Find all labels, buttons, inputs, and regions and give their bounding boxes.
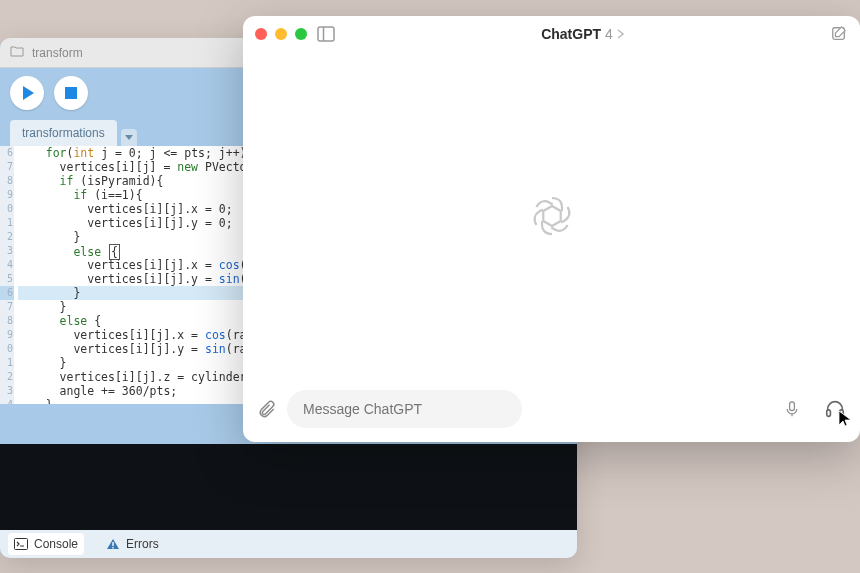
window-controls [255,28,307,40]
compose-icon[interactable] [830,26,848,42]
svg-rect-6 [790,402,795,411]
chat-input-wrapper [287,390,814,428]
chat-input[interactable] [287,390,522,428]
line-gutter: 6789012345678901234 [0,146,14,404]
sidebar-toggle-icon[interactable] [317,26,335,42]
tab-dropdown[interactable] [121,129,137,146]
svg-rect-7 [827,410,831,416]
model-version: 4 [605,26,613,42]
warning-icon [106,538,120,550]
svg-rect-8 [840,410,844,416]
ide-output-panel[interactable] [0,444,577,530]
stop-icon [65,87,77,99]
chatgpt-titlebar[interactable]: ChatGPT 4 [243,16,860,52]
ide-footer: Console Errors [0,530,577,558]
microphone-icon[interactable] [784,401,800,417]
errors-label: Errors [126,537,159,551]
model-selector[interactable]: ChatGPT 4 [345,26,820,42]
minimize-button[interactable] [275,28,287,40]
console-tab[interactable]: Console [8,533,84,555]
errors-tab[interactable]: Errors [100,533,165,555]
console-label: Console [34,537,78,551]
headphones-icon[interactable] [824,398,846,420]
stop-button[interactable] [54,76,88,110]
fullscreen-button[interactable] [295,28,307,40]
svg-rect-3 [318,27,334,41]
app-title: ChatGPT [541,26,601,42]
close-button[interactable] [255,28,267,40]
folder-icon [10,45,24,60]
chat-input-row [243,380,860,442]
play-icon [23,86,34,100]
chatgpt-window: ChatGPT 4 [243,16,860,442]
openai-logo-icon [528,192,576,240]
svg-rect-1 [112,542,113,546]
tab-transformations[interactable]: transformations [10,120,117,146]
ide-title: transform [32,46,83,60]
attachment-icon[interactable] [257,399,277,419]
console-icon [14,538,28,550]
chat-empty-state [243,52,860,380]
chevron-right-icon [617,29,624,39]
svg-rect-0 [15,539,28,550]
chevron-down-icon [125,135,133,140]
svg-rect-2 [112,547,113,548]
run-button[interactable] [10,76,44,110]
